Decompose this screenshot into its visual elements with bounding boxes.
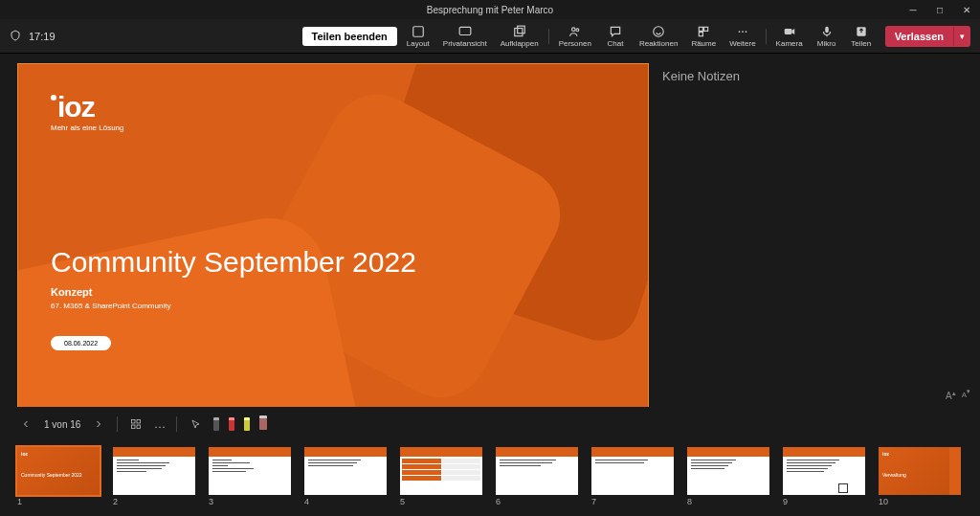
thumbnail-2[interactable] bbox=[113, 447, 195, 495]
svg-rect-1 bbox=[459, 27, 471, 34]
popout-button[interactable]: Aufklappen bbox=[497, 23, 543, 50]
svg-rect-16 bbox=[132, 420, 136, 424]
leave-button[interactable]: Verlassen ▾ bbox=[885, 26, 970, 47]
shield-icon bbox=[10, 30, 21, 43]
share-button[interactable]: Teilen bbox=[847, 23, 876, 50]
svg-rect-18 bbox=[132, 425, 136, 429]
window-titlebar: Besprechung mit Peter Marco ─ □ ✕ bbox=[0, 0, 980, 19]
svg-point-11 bbox=[742, 31, 744, 33]
layout-button[interactable]: Layout bbox=[403, 23, 434, 50]
svg-rect-19 bbox=[137, 425, 141, 429]
notes-empty-text: Keine Notizen bbox=[662, 63, 970, 83]
slide-thumbnails: ioz Community September 2022 1 2 3 4 5 6… bbox=[0, 441, 980, 516]
eraser-button[interactable] bbox=[259, 418, 267, 430]
rooms-button[interactable]: Räume bbox=[687, 23, 720, 50]
camera-button[interactable]: Kamera bbox=[772, 23, 807, 50]
slide-logo: ioz Mehr als eine Lösung bbox=[51, 93, 124, 132]
thumbnail-6[interactable] bbox=[496, 447, 578, 495]
thumbnail-5[interactable] bbox=[400, 447, 482, 495]
svg-rect-8 bbox=[704, 27, 708, 31]
window-minimize-button[interactable]: ─ bbox=[900, 0, 926, 19]
private-view-button[interactable]: Privatansicht bbox=[439, 23, 491, 50]
window-maximize-button[interactable]: □ bbox=[926, 0, 953, 19]
grid-view-button[interactable] bbox=[127, 415, 145, 433]
window-close-button[interactable]: ✕ bbox=[953, 0, 980, 19]
svg-point-5 bbox=[576, 28, 579, 31]
slide-date-badge: 08.06.2022 bbox=[51, 336, 111, 350]
leave-dropdown[interactable]: ▾ bbox=[953, 27, 970, 46]
svg-point-4 bbox=[571, 27, 575, 31]
thumbnail-7[interactable] bbox=[591, 447, 674, 495]
thumbnail-9[interactable] bbox=[783, 447, 865, 495]
mic-button[interactable]: Mikro bbox=[813, 23, 841, 50]
svg-rect-17 bbox=[137, 420, 141, 424]
slide-title: Community September 2022 bbox=[51, 246, 416, 279]
thumbnail-10[interactable]: iozVerwaltung bbox=[879, 447, 961, 495]
chat-button[interactable]: Chat bbox=[601, 23, 630, 50]
meeting-timer: 17:19 bbox=[29, 31, 56, 42]
font-increase-button[interactable]: A▴ bbox=[946, 391, 956, 401]
pen-black-button[interactable] bbox=[213, 417, 219, 431]
more-button[interactable]: Weitere bbox=[725, 23, 759, 50]
pen-red-button[interactable] bbox=[229, 417, 234, 431]
svg-point-12 bbox=[746, 31, 747, 33]
more-options-button[interactable]: ... bbox=[154, 418, 166, 430]
thumbnail-8[interactable] bbox=[687, 447, 769, 495]
svg-rect-2 bbox=[514, 28, 522, 35]
font-decrease-button[interactable]: A▾ bbox=[962, 391, 970, 401]
prev-slide-button[interactable] bbox=[17, 415, 34, 433]
svg-rect-14 bbox=[825, 26, 829, 32]
svg-rect-13 bbox=[784, 29, 791, 34]
svg-rect-7 bbox=[700, 27, 703, 31]
highlighter-button[interactable] bbox=[244, 417, 250, 431]
notes-pane: Keine Notizen A▴ A▾ bbox=[662, 63, 970, 407]
next-slide-button[interactable] bbox=[90, 415, 107, 433]
slide-indicator: 1 von 16 bbox=[44, 419, 80, 430]
current-slide[interactable]: ioz Mehr als eine Lösung Community Septe… bbox=[17, 63, 649, 407]
thumbnail-3[interactable] bbox=[209, 447, 291, 495]
thumbnail-1[interactable]: ioz Community September 2022 bbox=[17, 447, 100, 495]
window-title: Besprechung mit Peter Marco bbox=[427, 5, 553, 15]
stop-sharing-button[interactable]: Teilen beenden bbox=[302, 27, 397, 46]
pointer-button[interactable] bbox=[187, 415, 204, 433]
svg-rect-9 bbox=[700, 32, 703, 35]
reactions-button[interactable]: Reaktionen bbox=[635, 23, 681, 50]
svg-point-10 bbox=[739, 31, 741, 33]
svg-rect-3 bbox=[517, 26, 524, 34]
meeting-toolbar: 17:19 Teilen beenden Layout Privatansich… bbox=[0, 19, 980, 54]
slide-subtitle: Konzept bbox=[51, 286, 92, 298]
thumbnail-4[interactable] bbox=[304, 447, 387, 495]
presenter-controls: 1 von 16 ... bbox=[0, 407, 980, 441]
slide-subtitle-2: 67. M365 & SharePoint Community bbox=[51, 302, 170, 310]
people-button[interactable]: Personen bbox=[555, 23, 595, 50]
svg-rect-0 bbox=[413, 26, 424, 36]
svg-point-6 bbox=[654, 26, 664, 36]
